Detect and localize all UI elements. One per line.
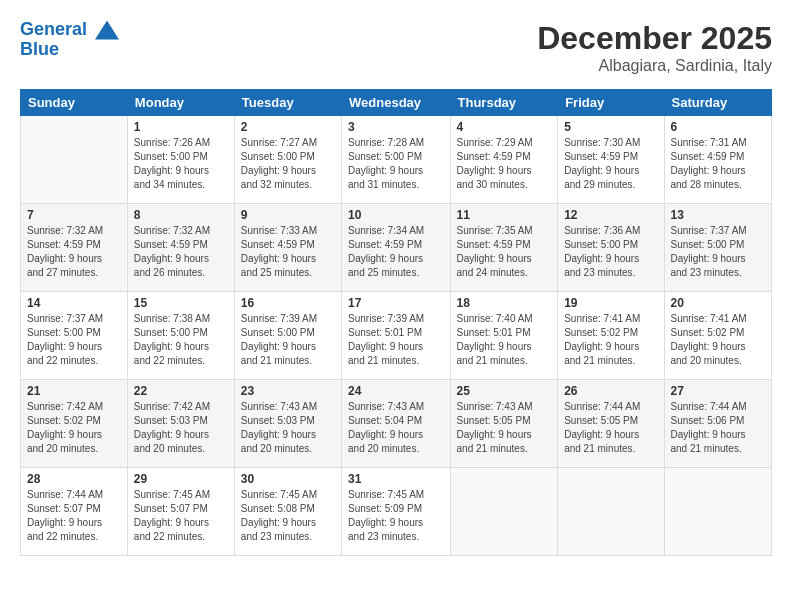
day-number: 31 — [348, 472, 444, 486]
day-cell: 7Sunrise: 7:32 AMSunset: 4:59 PMDaylight… — [21, 204, 128, 292]
day-info: Sunrise: 7:45 AMSunset: 5:09 PMDaylight:… — [348, 488, 444, 544]
logo: General Blue — [20, 20, 119, 60]
day-info: Sunrise: 7:39 AMSunset: 5:01 PMDaylight:… — [348, 312, 444, 368]
calendar-table: SundayMondayTuesdayWednesdayThursdayFrid… — [20, 89, 772, 556]
day-info: Sunrise: 7:33 AMSunset: 4:59 PMDaylight:… — [241, 224, 335, 280]
day-cell — [450, 468, 558, 556]
day-number: 26 — [564, 384, 657, 398]
day-info: Sunrise: 7:28 AMSunset: 5:00 PMDaylight:… — [348, 136, 444, 192]
day-cell: 21Sunrise: 7:42 AMSunset: 5:02 PMDayligh… — [21, 380, 128, 468]
day-info: Sunrise: 7:43 AMSunset: 5:05 PMDaylight:… — [457, 400, 552, 456]
day-number: 25 — [457, 384, 552, 398]
day-number: 30 — [241, 472, 335, 486]
day-number: 29 — [134, 472, 228, 486]
day-info: Sunrise: 7:31 AMSunset: 4:59 PMDaylight:… — [671, 136, 766, 192]
logo-line2: Blue — [20, 40, 119, 60]
day-cell: 17Sunrise: 7:39 AMSunset: 5:01 PMDayligh… — [342, 292, 451, 380]
day-number: 21 — [27, 384, 121, 398]
day-cell: 30Sunrise: 7:45 AMSunset: 5:08 PMDayligh… — [234, 468, 341, 556]
day-cell: 26Sunrise: 7:44 AMSunset: 5:05 PMDayligh… — [558, 380, 664, 468]
day-info: Sunrise: 7:39 AMSunset: 5:00 PMDaylight:… — [241, 312, 335, 368]
weekday-header-row: SundayMondayTuesdayWednesdayThursdayFrid… — [21, 90, 772, 116]
month-title: December 2025 — [537, 20, 772, 57]
week-row-1: 1Sunrise: 7:26 AMSunset: 5:00 PMDaylight… — [21, 116, 772, 204]
day-cell: 11Sunrise: 7:35 AMSunset: 4:59 PMDayligh… — [450, 204, 558, 292]
day-info: Sunrise: 7:41 AMSunset: 5:02 PMDaylight:… — [564, 312, 657, 368]
day-number: 19 — [564, 296, 657, 310]
weekday-header-sunday: Sunday — [21, 90, 128, 116]
day-cell: 24Sunrise: 7:43 AMSunset: 5:04 PMDayligh… — [342, 380, 451, 468]
day-cell: 1Sunrise: 7:26 AMSunset: 5:00 PMDaylight… — [127, 116, 234, 204]
day-cell: 15Sunrise: 7:38 AMSunset: 5:00 PMDayligh… — [127, 292, 234, 380]
day-info: Sunrise: 7:44 AMSunset: 5:07 PMDaylight:… — [27, 488, 121, 544]
day-cell: 23Sunrise: 7:43 AMSunset: 5:03 PMDayligh… — [234, 380, 341, 468]
day-number: 17 — [348, 296, 444, 310]
page: General Blue December 2025 Albagiara, Sa… — [0, 0, 792, 612]
day-cell: 8Sunrise: 7:32 AMSunset: 4:59 PMDaylight… — [127, 204, 234, 292]
logo-text: General — [20, 20, 119, 40]
day-cell: 27Sunrise: 7:44 AMSunset: 5:06 PMDayligh… — [664, 380, 772, 468]
day-info: Sunrise: 7:43 AMSunset: 5:03 PMDaylight:… — [241, 400, 335, 456]
day-number: 13 — [671, 208, 766, 222]
day-info: Sunrise: 7:35 AMSunset: 4:59 PMDaylight:… — [457, 224, 552, 280]
day-number: 24 — [348, 384, 444, 398]
day-info: Sunrise: 7:43 AMSunset: 5:04 PMDaylight:… — [348, 400, 444, 456]
day-cell: 28Sunrise: 7:44 AMSunset: 5:07 PMDayligh… — [21, 468, 128, 556]
day-cell — [558, 468, 664, 556]
day-number: 3 — [348, 120, 444, 134]
day-number: 20 — [671, 296, 766, 310]
day-info: Sunrise: 7:44 AMSunset: 5:05 PMDaylight:… — [564, 400, 657, 456]
header: General Blue December 2025 Albagiara, Sa… — [20, 20, 772, 75]
weekday-header-monday: Monday — [127, 90, 234, 116]
day-info: Sunrise: 7:27 AMSunset: 5:00 PMDaylight:… — [241, 136, 335, 192]
day-number: 4 — [457, 120, 552, 134]
day-cell: 12Sunrise: 7:36 AMSunset: 5:00 PMDayligh… — [558, 204, 664, 292]
day-number: 23 — [241, 384, 335, 398]
day-info: Sunrise: 7:37 AMSunset: 5:00 PMDaylight:… — [671, 224, 766, 280]
day-cell: 25Sunrise: 7:43 AMSunset: 5:05 PMDayligh… — [450, 380, 558, 468]
day-number: 11 — [457, 208, 552, 222]
weekday-header-friday: Friday — [558, 90, 664, 116]
day-cell: 13Sunrise: 7:37 AMSunset: 5:00 PMDayligh… — [664, 204, 772, 292]
day-cell: 18Sunrise: 7:40 AMSunset: 5:01 PMDayligh… — [450, 292, 558, 380]
day-cell: 16Sunrise: 7:39 AMSunset: 5:00 PMDayligh… — [234, 292, 341, 380]
day-cell: 20Sunrise: 7:41 AMSunset: 5:02 PMDayligh… — [664, 292, 772, 380]
week-row-2: 7Sunrise: 7:32 AMSunset: 4:59 PMDaylight… — [21, 204, 772, 292]
weekday-header-saturday: Saturday — [664, 90, 772, 116]
day-info: Sunrise: 7:44 AMSunset: 5:06 PMDaylight:… — [671, 400, 766, 456]
day-info: Sunrise: 7:32 AMSunset: 4:59 PMDaylight:… — [134, 224, 228, 280]
day-number: 2 — [241, 120, 335, 134]
title-block: December 2025 Albagiara, Sardinia, Italy — [537, 20, 772, 75]
day-info: Sunrise: 7:30 AMSunset: 4:59 PMDaylight:… — [564, 136, 657, 192]
weekday-header-thursday: Thursday — [450, 90, 558, 116]
day-info: Sunrise: 7:42 AMSunset: 5:03 PMDaylight:… — [134, 400, 228, 456]
day-number: 22 — [134, 384, 228, 398]
day-cell: 14Sunrise: 7:37 AMSunset: 5:00 PMDayligh… — [21, 292, 128, 380]
day-info: Sunrise: 7:32 AMSunset: 4:59 PMDaylight:… — [27, 224, 121, 280]
week-row-3: 14Sunrise: 7:37 AMSunset: 5:00 PMDayligh… — [21, 292, 772, 380]
day-info: Sunrise: 7:40 AMSunset: 5:01 PMDaylight:… — [457, 312, 552, 368]
day-number: 6 — [671, 120, 766, 134]
day-number: 12 — [564, 208, 657, 222]
day-cell: 10Sunrise: 7:34 AMSunset: 4:59 PMDayligh… — [342, 204, 451, 292]
day-number: 18 — [457, 296, 552, 310]
day-cell — [21, 116, 128, 204]
day-number: 15 — [134, 296, 228, 310]
day-info: Sunrise: 7:37 AMSunset: 5:00 PMDaylight:… — [27, 312, 121, 368]
day-number: 28 — [27, 472, 121, 486]
day-info: Sunrise: 7:41 AMSunset: 5:02 PMDaylight:… — [671, 312, 766, 368]
day-cell: 2Sunrise: 7:27 AMSunset: 5:00 PMDaylight… — [234, 116, 341, 204]
day-info: Sunrise: 7:34 AMSunset: 4:59 PMDaylight:… — [348, 224, 444, 280]
day-number: 8 — [134, 208, 228, 222]
day-number: 16 — [241, 296, 335, 310]
week-row-4: 21Sunrise: 7:42 AMSunset: 5:02 PMDayligh… — [21, 380, 772, 468]
day-number: 7 — [27, 208, 121, 222]
day-cell: 22Sunrise: 7:42 AMSunset: 5:03 PMDayligh… — [127, 380, 234, 468]
day-info: Sunrise: 7:36 AMSunset: 5:00 PMDaylight:… — [564, 224, 657, 280]
weekday-header-wednesday: Wednesday — [342, 90, 451, 116]
week-row-5: 28Sunrise: 7:44 AMSunset: 5:07 PMDayligh… — [21, 468, 772, 556]
day-cell — [664, 468, 772, 556]
day-cell: 29Sunrise: 7:45 AMSunset: 5:07 PMDayligh… — [127, 468, 234, 556]
day-cell: 4Sunrise: 7:29 AMSunset: 4:59 PMDaylight… — [450, 116, 558, 204]
svg-marker-0 — [95, 21, 119, 40]
